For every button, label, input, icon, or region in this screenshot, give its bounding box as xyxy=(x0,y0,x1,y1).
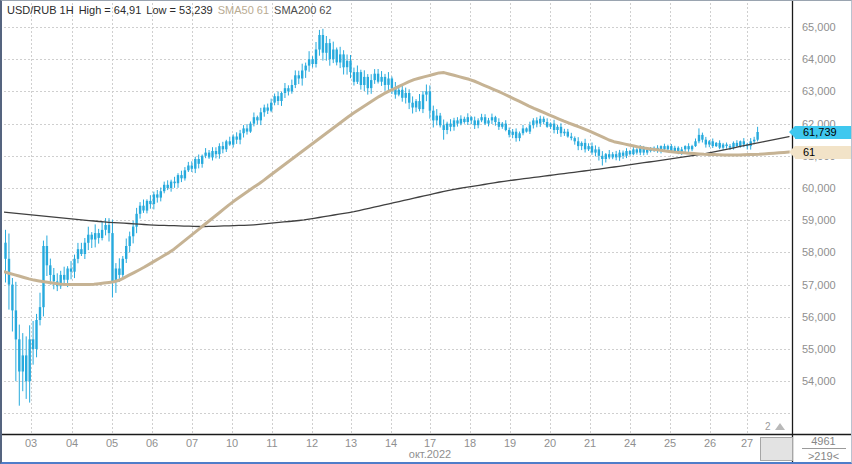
chart-window: USD/RUB 1HHigh = 64,91Low = 53,239SMA50 … xyxy=(0,0,852,464)
price-axis-label: 54,000 xyxy=(802,375,836,387)
price-axis-label: 57,000 xyxy=(802,279,836,291)
date-label: 27 xyxy=(732,437,762,449)
month-label: окт.2022 xyxy=(395,448,465,460)
date-label: 04 xyxy=(57,437,87,449)
sma-price-tag: 61 xyxy=(795,146,852,159)
last-price-tag: 61,739 xyxy=(795,126,852,139)
date-label: 06 xyxy=(137,437,167,449)
date-label: 17 xyxy=(415,437,445,449)
date-label: 26 xyxy=(695,437,725,449)
price-axis-label: 65,000 xyxy=(802,21,836,33)
tag-arrow-icon xyxy=(789,126,795,138)
price-axis-label: 55,000 xyxy=(802,343,836,355)
candlestick-chart[interactable] xyxy=(2,1,852,464)
price-axis-label: 59,000 xyxy=(802,214,836,226)
date-label: 12 xyxy=(297,437,327,449)
price-axis-label: 56,000 xyxy=(802,311,836,323)
remaining-bars-count: 2 xyxy=(765,421,771,432)
sma-price-value: 61 xyxy=(803,146,815,158)
high-label: High = 64,91 xyxy=(79,4,142,16)
date-label: 10 xyxy=(217,437,247,449)
sma50-legend: SMA50 61 xyxy=(218,4,269,16)
low-label: Low = 53,239 xyxy=(146,4,212,16)
chart-legend: USD/RUB 1HHigh = 64,91Low = 53,239SMA50 … xyxy=(7,4,337,16)
info-top-value: 4961 xyxy=(811,435,835,447)
scrollbar-thumb[interactable] xyxy=(760,437,793,461)
price-axis-label: 60,000 xyxy=(802,182,836,194)
gridlines xyxy=(4,3,791,434)
date-label: 05 xyxy=(97,437,127,449)
date-label: 20 xyxy=(535,437,565,449)
price-axis-label: 63,000 xyxy=(802,85,836,97)
date-label: 24 xyxy=(615,437,645,449)
info-bottom-value: >219< xyxy=(808,450,839,462)
date-label: 13 xyxy=(336,437,366,449)
last-price-value: 61,739 xyxy=(803,126,837,138)
remaining-bars-marker: 2 xyxy=(765,420,785,432)
price-axis-label: 58,000 xyxy=(802,246,836,258)
date-label: 18 xyxy=(455,437,485,449)
date-label: 11 xyxy=(257,437,287,449)
up-triangle-icon xyxy=(775,423,785,430)
sma200-legend: SMA200 62 xyxy=(274,4,331,16)
date-label: 21 xyxy=(575,437,605,449)
tag-arrow-icon xyxy=(789,146,795,158)
info-corner: 4961 >219< xyxy=(793,435,852,462)
date-label: 03 xyxy=(16,437,46,449)
date-label: 07 xyxy=(177,437,207,449)
symbol-timeframe-label: USD/RUB 1H xyxy=(7,4,74,16)
date-label: 25 xyxy=(655,437,685,449)
divider xyxy=(802,448,846,449)
date-label: 19 xyxy=(495,437,525,449)
price-axis-label: 64,000 xyxy=(802,53,836,65)
date-label: 14 xyxy=(376,437,406,449)
